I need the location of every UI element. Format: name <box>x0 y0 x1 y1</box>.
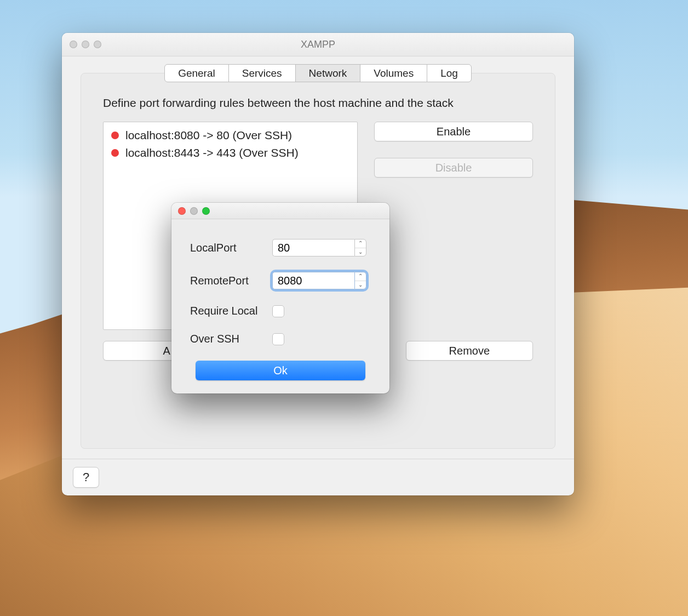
remoteport-input[interactable] <box>272 272 354 289</box>
localport-stepper[interactable]: ⌃ ⌄ <box>272 239 366 256</box>
requirelocal-checkbox[interactable] <box>272 305 284 317</box>
dialog-traffic-lights <box>171 207 210 215</box>
button-label: Disable <box>435 162 472 174</box>
minimize-icon[interactable] <box>82 41 89 48</box>
help-button[interactable]: ? <box>73 467 99 488</box>
tab-network[interactable]: Network <box>295 64 361 82</box>
dialog-form: LocalPort ⌃ ⌄ RemotePort ⌃ ⌄ Require Loc… <box>171 219 389 393</box>
tab-general[interactable]: General <box>164 64 229 82</box>
chevron-up-icon[interactable]: ⌃ <box>355 272 366 281</box>
stepper-buttons[interactable]: ⌃ ⌄ <box>354 272 366 289</box>
button-label: Ok <box>273 364 288 377</box>
tab-volumes[interactable]: Volumes <box>360 64 427 82</box>
status-dot-icon <box>111 149 119 157</box>
disable-button: Disable <box>374 158 533 178</box>
status-dot-icon <box>111 132 119 139</box>
minimize-icon <box>190 207 198 215</box>
dialog-titlebar <box>171 203 389 219</box>
ok-button[interactable]: Ok <box>196 361 365 380</box>
button-label: Remove <box>449 345 490 357</box>
localport-label: LocalPort <box>190 242 272 254</box>
rule-text: localhost:8080 -> 80 (Over SSH) <box>125 129 292 142</box>
requirelocal-label: Require Local <box>190 305 272 317</box>
zoom-icon[interactable] <box>94 41 101 48</box>
localport-input[interactable] <box>272 239 354 256</box>
close-icon[interactable] <box>70 41 77 48</box>
remoteport-stepper[interactable]: ⌃ ⌄ <box>272 272 366 289</box>
chevron-up-icon[interactable]: ⌃ <box>355 239 366 248</box>
remoteport-label: RemotePort <box>190 275 272 287</box>
edit-rule-dialog: LocalPort ⌃ ⌄ RemotePort ⌃ ⌄ Require Loc… <box>171 203 389 393</box>
overssh-checkbox[interactable] <box>272 333 284 345</box>
titlebar: XAMPP <box>62 33 574 56</box>
button-label: A <box>163 345 170 357</box>
footer: ? <box>62 459 574 495</box>
zoom-icon[interactable] <box>202 207 210 215</box>
tab-label: Volumes <box>374 67 414 79</box>
traffic-lights <box>62 41 101 48</box>
overssh-label: Over SSH <box>190 333 272 345</box>
tab-services[interactable]: Services <box>228 64 296 82</box>
tab-label: Services <box>242 67 282 79</box>
list-item[interactable]: localhost:8080 -> 80 (Over SSH) <box>109 127 352 144</box>
chevron-down-icon[interactable]: ⌄ <box>355 248 366 256</box>
help-icon: ? <box>83 470 89 484</box>
list-item[interactable]: localhost:8443 -> 443 (Over SSH) <box>109 144 352 162</box>
remove-button[interactable]: Remove <box>406 341 533 361</box>
stepper-buttons[interactable]: ⌃ ⌄ <box>354 239 366 256</box>
rule-text: localhost:8443 -> 443 (Over SSH) <box>125 146 299 159</box>
tab-bar: General Services Network Volumes Log <box>81 64 555 82</box>
tab-label: Log <box>440 67 458 79</box>
close-icon[interactable] <box>178 207 186 215</box>
panel-description: Define port forwarding rules between the… <box>103 96 533 110</box>
tab-label: General <box>178 67 215 79</box>
tab-label: Network <box>309 67 347 79</box>
tab-log[interactable]: Log <box>427 64 472 82</box>
chevron-down-icon[interactable]: ⌄ <box>355 281 366 289</box>
button-label: Enable <box>437 126 471 138</box>
window-title: XAMPP <box>62 39 574 50</box>
enable-button[interactable]: Enable <box>374 122 533 141</box>
